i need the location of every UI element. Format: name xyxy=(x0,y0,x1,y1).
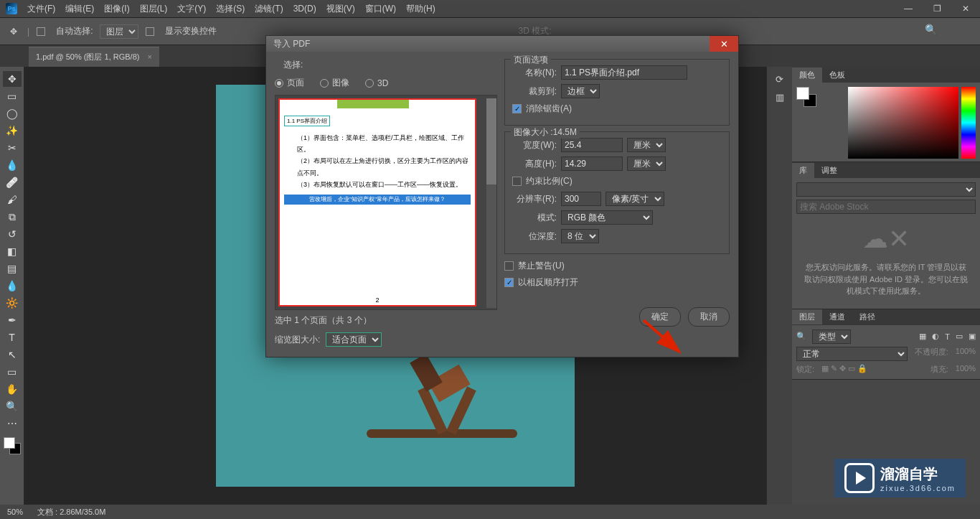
page-options-title: 页面选项 xyxy=(511,54,551,66)
brush-tool[interactable]: 🖌 xyxy=(3,192,22,207)
dialog-titlebar[interactable]: 导入 PDF ✕ xyxy=(266,36,738,52)
doc-tab-close[interactable]: × xyxy=(148,52,152,61)
tab-paths[interactable]: 路径 xyxy=(852,309,882,324)
tab-adjustments[interactable]: 调整 xyxy=(814,163,844,178)
history-icon[interactable]: ⟳ xyxy=(776,74,783,85)
depth-select[interactable]: 8 位 xyxy=(561,229,599,243)
show-transform-checkbox[interactable] xyxy=(146,27,154,36)
menu-select[interactable]: 选择(S) xyxy=(216,3,245,15)
cancel-button[interactable]: 取消 xyxy=(688,307,730,327)
magic-wand-tool[interactable]: ✨ xyxy=(3,123,22,139)
opacity-value[interactable]: 100% xyxy=(956,347,976,361)
menu-type[interactable]: 文字(Y) xyxy=(177,3,206,15)
menu-layer[interactable]: 图层(L) xyxy=(140,3,168,15)
thumbnail-list[interactable]: 1.1 PS界面介绍 （1）界面包含：菜单栏、选项栏/工具栏，绘图区域、工作区。… xyxy=(275,95,497,310)
zoom-level[interactable]: 50% xyxy=(7,508,23,516)
mode-select[interactable]: RGB 颜色 xyxy=(561,210,653,225)
menu-edit[interactable]: 编辑(E) xyxy=(65,3,94,15)
tab-channels[interactable]: 通道 xyxy=(822,309,852,324)
maximize-button[interactable]: ❐ xyxy=(923,4,951,14)
path-selection-tool[interactable]: ↖ xyxy=(3,347,22,363)
thumb-size-select[interactable]: 适合页面 xyxy=(326,332,382,347)
search-icon[interactable]: 🔍 xyxy=(925,24,937,35)
doc-size[interactable]: 文档 : 2.86M/35.0M xyxy=(37,507,105,518)
foreground-color[interactable] xyxy=(4,437,15,449)
properties-icon[interactable]: ▥ xyxy=(776,92,784,103)
filter-type-icon[interactable]: T xyxy=(945,332,950,341)
filter-pixel-icon[interactable]: ▦ xyxy=(919,332,926,341)
filter-shape-icon[interactable]: ▭ xyxy=(956,332,963,341)
history-brush-tool[interactable]: ↺ xyxy=(3,226,22,242)
suppress-checkbox[interactable] xyxy=(504,261,514,271)
tab-layers[interactable]: 图层 xyxy=(792,309,822,324)
menu-window[interactable]: 窗口(W) xyxy=(365,3,396,15)
thumb-scrollbar[interactable] xyxy=(486,98,496,308)
stamp-tool[interactable]: ⧉ xyxy=(3,209,22,225)
move-tool[interactable]: ✥ xyxy=(3,71,22,87)
lasso-tool[interactable]: ◯ xyxy=(3,106,22,121)
height-input[interactable] xyxy=(561,156,623,171)
name-input[interactable] xyxy=(561,65,687,80)
fill-value[interactable]: 100% xyxy=(956,364,976,375)
eraser-tool[interactable]: ◧ xyxy=(3,243,22,259)
minimize-button[interactable]: ― xyxy=(894,4,923,14)
res-unit[interactable]: 像素/英寸 xyxy=(606,192,664,206)
radio-3d[interactable]: 3D xyxy=(365,77,388,89)
thumb-line: （2）布局可以在左上角进行切换，区分主要为工作区的内容点不同。 xyxy=(297,155,471,178)
antialias-checkbox[interactable] xyxy=(512,104,522,113)
filter-kind[interactable]: 类型 xyxy=(812,329,851,344)
filter-smart-icon[interactable]: ▣ xyxy=(969,332,976,341)
height-unit[interactable]: 厘米 xyxy=(627,156,666,171)
width-input[interactable] xyxy=(561,138,623,152)
toolbox: ✥ ▭ ◯ ✨ ✂ 💧 🩹 🖌 ⧉ ↺ ◧ ▤ 💧 🔆 ✒ T ↖ ▭ ✋ 🔍 … xyxy=(0,67,24,505)
crop-select[interactable]: 边框 xyxy=(561,84,600,98)
hue-slider[interactable] xyxy=(961,87,976,159)
menu-3d[interactable]: 3D(D) xyxy=(293,4,316,14)
tab-swatches[interactable]: 色板 xyxy=(822,67,852,83)
dialog-close-button[interactable]: ✕ xyxy=(710,36,738,52)
menu-help[interactable]: 帮助(H) xyxy=(406,3,435,15)
thumbnail-page[interactable]: 1.1 PS界面介绍 （1）界面包含：菜单栏、选项栏/工具栏，绘图区域、工作区。… xyxy=(278,98,476,307)
color-swatch[interactable] xyxy=(4,437,21,454)
blur-tool[interactable]: 💧 xyxy=(3,278,22,294)
cloud-off-icon: ☁✕ xyxy=(796,224,976,254)
library-message: 您无权访问此服务。请联系您的 IT 管理员以获取访问权限或使用 Adobe ID… xyxy=(796,254,976,304)
menu-filter[interactable]: 滤镜(T) xyxy=(255,3,283,15)
tab-color[interactable]: 颜色 xyxy=(792,67,822,83)
menu-file[interactable]: 文件(F) xyxy=(27,3,55,15)
edit-toolbar[interactable]: ⋯ xyxy=(3,416,22,431)
library-search[interactable] xyxy=(796,200,976,214)
gradient-tool[interactable]: ▤ xyxy=(3,261,22,276)
radio-page[interactable]: 页面 xyxy=(275,77,304,89)
hand-tool[interactable]: ✋ xyxy=(3,381,22,397)
auto-select-target[interactable]: 图层 xyxy=(100,24,138,39)
width-unit[interactable]: 厘米 xyxy=(627,138,666,152)
rectangle-tool[interactable]: ▭ xyxy=(3,364,22,380)
auto-select-checkbox[interactable] xyxy=(37,27,45,36)
pen-tool[interactable]: ✒ xyxy=(3,312,22,328)
panel-swatch[interactable] xyxy=(796,87,816,107)
blend-mode[interactable]: 正常 xyxy=(796,347,908,361)
dodge-tool[interactable]: 🔆 xyxy=(3,295,22,311)
close-button[interactable]: ✕ xyxy=(951,4,980,14)
lock-icons[interactable]: ▦ ✎ ✥ ▭ 🔒 xyxy=(821,364,867,375)
res-input[interactable] xyxy=(561,192,601,206)
type-tool[interactable]: T xyxy=(3,329,22,345)
color-picker[interactable] xyxy=(848,87,958,159)
menu-view[interactable]: 视图(V) xyxy=(326,3,355,15)
eyedropper-tool[interactable]: 💧 xyxy=(3,157,22,173)
tab-libraries[interactable]: 库 xyxy=(792,163,814,178)
document-tab[interactable]: 1.pdf @ 50% (图层 1, RGB/8) × xyxy=(29,47,159,67)
crop-tool[interactable]: ✂ xyxy=(3,140,22,156)
filter-adjust-icon[interactable]: ◐ xyxy=(932,332,939,341)
filter-kind-icon[interactable]: 🔍 xyxy=(796,332,806,341)
healing-tool[interactable]: 🩹 xyxy=(3,174,22,190)
library-select[interactable] xyxy=(796,182,976,197)
ok-button[interactable]: 确定 xyxy=(639,307,681,327)
menu-image[interactable]: 图像(I) xyxy=(104,3,129,15)
zoom-tool[interactable]: 🔍 xyxy=(3,398,22,414)
marquee-tool[interactable]: ▭ xyxy=(3,88,22,104)
radio-image[interactable]: 图像 xyxy=(320,77,349,89)
constrain-checkbox[interactable] xyxy=(512,177,522,186)
reverse-checkbox[interactable] xyxy=(504,278,514,287)
